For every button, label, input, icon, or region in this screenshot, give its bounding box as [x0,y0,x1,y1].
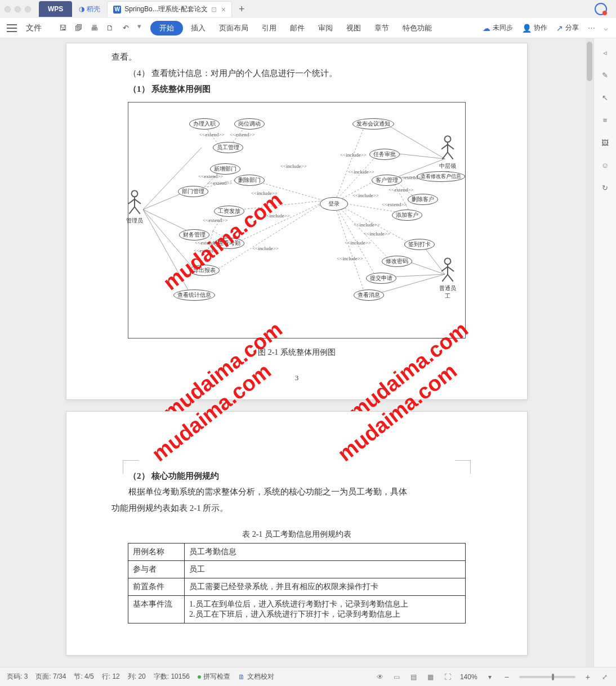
menu-features[interactable]: 特色功能 [397,21,438,35]
td-actor: 员工 [185,561,466,578]
heading-usecase-diagram: （1） 系统整体用例图 [111,81,482,97]
tab-document-active[interactable]: W SpringBo...理系统-配套论文 ⊡ × [107,1,232,17]
page-margin-corner [455,460,471,474]
layout-outline-icon[interactable]: ▤ [409,672,418,681]
svg-line-48 [441,266,448,271]
daoke-icon: ◑ [79,5,84,13]
menu-start[interactable]: 开始 [150,21,183,35]
uc-meeting: 发布会议通知 [352,118,394,130]
layout-web-icon[interactable]: ▦ [426,672,435,681]
uc-view-cust: 查看修改客户信息 [417,171,465,182]
status-page[interactable]: 页面: 7/34 [35,672,66,681]
zoom-dropdown-icon[interactable]: ▾ [485,672,494,681]
image-icon[interactable]: 🖼 [599,136,611,149]
rel-extend: <<extend>> [230,132,255,137]
collapse-ribbon-icon[interactable]: ⌵ [601,24,610,32]
status-proofread[interactable]: 🗎文档校对 [238,672,274,681]
uc-add-cust: 添加客户 [392,210,422,221]
tab-wps-home[interactable]: WPS [39,1,72,17]
menu-references[interactable]: 引用 [256,21,282,35]
menu-insert[interactable]: 插入 [185,21,211,35]
zoom-slider[interactable] [519,676,575,678]
uc-export: 导出报表 [189,265,220,276]
table-row: 基本事件流1.员工在到单位后，进入系统进行考勤打卡，记录到考勤信息上2.员工在下… [128,596,466,623]
svg-point-46 [445,258,451,264]
svg-line-16 [337,125,365,197]
history-icon[interactable]: ↻ [599,181,611,194]
word-doc-icon: W [113,6,121,14]
app-logo-icon[interactable] [595,3,607,15]
tab-daoke[interactable]: ◑ 稻壳 [73,1,106,17]
zoom-in-button[interactable]: + [583,672,592,681]
uc-onboard: 办理入职 [189,118,220,130]
title-bar: WPS ◑ 稻壳 W SpringBo...理系统-配套论文 ⊡ × + [0,0,616,18]
status-col[interactable]: 列: 20 [128,672,146,681]
body-text: 查看。 （4） 查看统计信息：对用户的个人信息进行一个统计。 （1） 系统整体用… [111,49,482,97]
eye-view-icon[interactable]: 👁 [376,672,385,681]
edit-pen-icon[interactable]: ✎ [599,69,611,81]
zoom-readout[interactable]: 140% [460,673,477,681]
new-tab-button[interactable]: + [233,3,251,15]
scrollbar-thumb[interactable] [587,42,592,81]
usecase-diagram: 管理员 中层领导 普通员工 办理入职 岗位调动 员工管理 新增部门 删除部门 部… [128,102,466,338]
svg-line-39 [135,207,140,213]
hamburger-menu-icon[interactable] [6,22,18,34]
select-cursor-icon[interactable]: ↖ [599,91,611,104]
page-margin-corner [123,460,139,474]
vertical-scrollbar[interactable] [586,38,593,667]
share-label: 分享 [565,23,579,33]
menu-file[interactable]: 文件 [20,21,47,35]
close-window-button[interactable] [5,6,11,12]
td-name: 员工考勤信息 [185,544,466,561]
table-caption: 表 2-1 员工考勤信息用例规约表 [111,529,482,540]
status-page-code[interactable]: 页码: 3 [7,672,28,681]
pin-icon[interactable]: ⊡ [211,6,217,14]
toggle-panel-icon[interactable]: ◃ [599,46,611,59]
svg-line-1 [143,148,202,210]
toolbar-dropdown-icon[interactable]: ▾ [135,22,144,34]
fullscreen-icon[interactable]: ⤢ [600,672,609,681]
sync-label: 未同步 [493,23,513,33]
sync-status-button[interactable]: ☁未同步 [479,21,516,35]
layout-page-icon[interactable]: ▭ [392,672,401,681]
uc-cust-mgmt: 客户管理 [372,175,402,186]
close-tab-icon[interactable]: × [221,5,226,14]
collab-label: 协作 [534,23,547,33]
zoom-out-button[interactable]: − [502,672,511,681]
status-word-count[interactable]: 字数: 10156 [154,672,190,681]
menu-review[interactable]: 审阅 [313,21,338,35]
minimize-window-button[interactable] [15,6,21,12]
table-row: 用例名称员工考勤信息 [128,544,466,561]
window-controls [5,6,31,12]
undo-icon[interactable]: ↶ [119,22,132,34]
fit-screen-icon[interactable]: ⛶ [443,672,452,681]
menu-view[interactable]: 视图 [341,21,367,35]
line-item-4: （4） 查看统计信息：对用户的个人信息进行一个统计。 [111,65,482,82]
svg-line-17 [338,153,379,198]
template-icon[interactable]: ☺ [599,159,611,171]
print-icon[interactable]: 🖶 [88,22,100,34]
svg-line-45 [448,152,453,159]
menu-mail[interactable]: 邮件 [284,21,310,35]
collab-button[interactable]: 👤协作 [519,21,551,35]
maximize-window-button[interactable] [25,6,31,12]
uc-dept-mgmt: 部门管理 [178,186,208,197]
settings-slider-icon[interactable]: ≡ [599,114,611,126]
save-as-icon[interactable]: 🗐 [72,22,84,34]
user-icon: 👤 [522,24,532,33]
share-button[interactable]: ↗分享 [553,21,582,35]
save-icon[interactable]: 🖫 [56,22,69,34]
print-preview-icon[interactable]: 🗋 [104,22,116,34]
more-menu-icon[interactable]: ⋯ [584,24,599,32]
svg-line-36 [128,199,135,203]
status-spellcheck[interactable]: 拼写检查 [198,672,230,681]
menu-page-layout[interactable]: 页面布局 [213,21,254,35]
cloud-icon: ☁ [483,24,490,33]
status-section[interactable]: 节: 4/5 [74,672,93,681]
quick-toolbar: 🖫 🗐 🖶 🗋 ↶ ▾ [56,22,144,34]
status-row[interactable]: 行: 12 [102,672,120,681]
rel-extend: <<extend>> [199,132,224,137]
document-canvas[interactable]: 查看。 （4） 查看统计信息：对用户的个人信息进行一个统计。 （1） 系统整体用… [0,38,593,667]
actor-label: 管理员 [126,217,143,225]
menu-chapter[interactable]: 章节 [369,21,395,35]
